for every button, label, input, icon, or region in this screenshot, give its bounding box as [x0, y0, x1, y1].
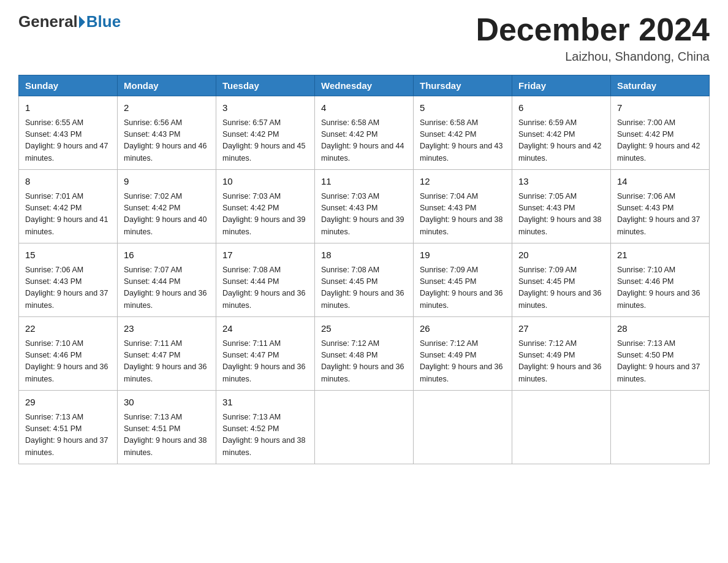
- day-info: Sunrise: 7:03 AMSunset: 4:43 PMDaylight:…: [321, 191, 407, 239]
- table-row: 10Sunrise: 7:03 AMSunset: 4:42 PMDayligh…: [216, 170, 315, 243]
- day-number: 11: [321, 175, 407, 189]
- title-block: December 2024 Laizhou, Shandong, China: [476, 12, 710, 64]
- day-info: Sunrise: 7:11 AMSunset: 4:47 PMDaylight:…: [222, 338, 308, 386]
- day-info: Sunrise: 7:07 AMSunset: 4:44 PMDaylight:…: [124, 264, 210, 312]
- day-info: Sunrise: 7:06 AMSunset: 4:43 PMDaylight:…: [617, 191, 703, 239]
- day-number: 1: [25, 101, 111, 115]
- day-info: Sunrise: 6:58 AMSunset: 4:42 PMDaylight:…: [420, 117, 506, 165]
- header-sunday: Sunday: [19, 75, 118, 96]
- table-row: 4Sunrise: 6:58 AMSunset: 4:42 PMDaylight…: [315, 96, 414, 170]
- day-number: 3: [222, 101, 308, 115]
- table-row: [414, 391, 512, 464]
- day-info: Sunrise: 7:08 AMSunset: 4:44 PMDaylight:…: [222, 264, 308, 312]
- table-row: 1Sunrise: 6:55 AMSunset: 4:43 PMDaylight…: [19, 96, 118, 170]
- day-number: 23: [124, 322, 210, 336]
- table-row: 22Sunrise: 7:10 AMSunset: 4:46 PMDayligh…: [19, 317, 118, 391]
- logo: General Blue: [18, 12, 121, 31]
- day-number: 31: [222, 396, 308, 410]
- header-thursday: Thursday: [414, 75, 512, 96]
- day-info: Sunrise: 7:01 AMSunset: 4:42 PMDaylight:…: [25, 191, 111, 239]
- table-row: 8Sunrise: 7:01 AMSunset: 4:42 PMDaylight…: [19, 170, 118, 243]
- table-row: 23Sunrise: 7:11 AMSunset: 4:47 PMDayligh…: [118, 317, 216, 391]
- table-row: 27Sunrise: 7:12 AMSunset: 4:49 PMDayligh…: [512, 317, 611, 391]
- calendar-table: Sunday Monday Tuesday Wednesday Thursday…: [18, 75, 710, 464]
- day-number: 25: [321, 322, 407, 336]
- table-row: 20Sunrise: 7:09 AMSunset: 4:45 PMDayligh…: [512, 243, 611, 317]
- day-number: 7: [617, 101, 703, 115]
- table-row: 31Sunrise: 7:13 AMSunset: 4:52 PMDayligh…: [216, 391, 315, 464]
- day-info: Sunrise: 7:13 AMSunset: 4:51 PMDaylight:…: [25, 412, 111, 459]
- header-saturday: Saturday: [611, 75, 710, 96]
- day-info: Sunrise: 7:10 AMSunset: 4:46 PMDaylight:…: [25, 338, 111, 386]
- day-number: 9: [124, 175, 210, 189]
- table-row: 14Sunrise: 7:06 AMSunset: 4:43 PMDayligh…: [611, 170, 710, 243]
- logo-general-text: General: [18, 12, 78, 31]
- header-friday: Friday: [512, 75, 611, 96]
- calendar-week-row: 22Sunrise: 7:10 AMSunset: 4:46 PMDayligh…: [19, 317, 710, 391]
- logo-arrow-icon: [79, 16, 85, 28]
- table-row: 25Sunrise: 7:12 AMSunset: 4:48 PMDayligh…: [315, 317, 414, 391]
- day-info: Sunrise: 6:59 AMSunset: 4:42 PMDaylight:…: [518, 117, 604, 165]
- header-monday: Monday: [118, 75, 216, 96]
- day-info: Sunrise: 6:57 AMSunset: 4:42 PMDaylight:…: [222, 117, 308, 165]
- table-row: 6Sunrise: 6:59 AMSunset: 4:42 PMDaylight…: [512, 96, 611, 170]
- table-row: 13Sunrise: 7:05 AMSunset: 4:43 PMDayligh…: [512, 170, 611, 243]
- logo-blue-text: Blue: [86, 12, 121, 31]
- month-title: December 2024: [476, 12, 710, 47]
- day-info: Sunrise: 6:56 AMSunset: 4:43 PMDaylight:…: [124, 117, 210, 165]
- calendar-week-row: 8Sunrise: 7:01 AMSunset: 4:42 PMDaylight…: [19, 170, 710, 243]
- day-number: 15: [25, 248, 111, 262]
- day-number: 18: [321, 248, 407, 262]
- day-number: 20: [518, 248, 604, 262]
- table-row: 15Sunrise: 7:06 AMSunset: 4:43 PMDayligh…: [19, 243, 118, 317]
- day-info: Sunrise: 7:13 AMSunset: 4:50 PMDaylight:…: [617, 338, 703, 386]
- day-info: Sunrise: 7:06 AMSunset: 4:43 PMDaylight:…: [25, 264, 111, 312]
- day-info: Sunrise: 7:12 AMSunset: 4:49 PMDaylight:…: [518, 338, 604, 386]
- weekday-header-row: Sunday Monday Tuesday Wednesday Thursday…: [19, 75, 710, 96]
- day-number: 17: [222, 248, 308, 262]
- day-number: 21: [617, 248, 703, 262]
- page-header: General Blue December 2024 Laizhou, Shan…: [18, 12, 710, 64]
- table-row: 26Sunrise: 7:12 AMSunset: 4:49 PMDayligh…: [414, 317, 512, 391]
- day-number: 26: [420, 322, 506, 336]
- day-number: 12: [420, 175, 506, 189]
- day-number: 6: [518, 101, 604, 115]
- day-number: 16: [124, 248, 210, 262]
- day-number: 24: [222, 322, 308, 336]
- day-info: Sunrise: 7:09 AMSunset: 4:45 PMDaylight:…: [420, 264, 506, 312]
- day-number: 8: [25, 175, 111, 189]
- day-number: 28: [617, 322, 703, 336]
- table-row: 21Sunrise: 7:10 AMSunset: 4:46 PMDayligh…: [611, 243, 710, 317]
- header-wednesday: Wednesday: [315, 75, 414, 96]
- table-row: 18Sunrise: 7:08 AMSunset: 4:45 PMDayligh…: [315, 243, 414, 317]
- day-info: Sunrise: 7:13 AMSunset: 4:52 PMDaylight:…: [222, 412, 308, 459]
- calendar-week-row: 15Sunrise: 7:06 AMSunset: 4:43 PMDayligh…: [19, 243, 710, 317]
- day-number: 29: [25, 396, 111, 410]
- table-row: 19Sunrise: 7:09 AMSunset: 4:45 PMDayligh…: [414, 243, 512, 317]
- table-row: [611, 391, 710, 464]
- calendar-week-row: 1Sunrise: 6:55 AMSunset: 4:43 PMDaylight…: [19, 96, 710, 170]
- table-row: 2Sunrise: 6:56 AMSunset: 4:43 PMDaylight…: [118, 96, 216, 170]
- location-label: Laizhou, Shandong, China: [476, 50, 710, 64]
- table-row: 11Sunrise: 7:03 AMSunset: 4:43 PMDayligh…: [315, 170, 414, 243]
- day-info: Sunrise: 7:08 AMSunset: 4:45 PMDaylight:…: [321, 264, 407, 312]
- table-row: 30Sunrise: 7:13 AMSunset: 4:51 PMDayligh…: [118, 391, 216, 464]
- table-row: 24Sunrise: 7:11 AMSunset: 4:47 PMDayligh…: [216, 317, 315, 391]
- day-number: 27: [518, 322, 604, 336]
- table-row: 3Sunrise: 6:57 AMSunset: 4:42 PMDaylight…: [216, 96, 315, 170]
- table-row: 12Sunrise: 7:04 AMSunset: 4:43 PMDayligh…: [414, 170, 512, 243]
- table-row: 29Sunrise: 7:13 AMSunset: 4:51 PMDayligh…: [19, 391, 118, 464]
- table-row: 16Sunrise: 7:07 AMSunset: 4:44 PMDayligh…: [118, 243, 216, 317]
- day-number: 13: [518, 175, 604, 189]
- day-info: Sunrise: 7:02 AMSunset: 4:42 PMDaylight:…: [124, 191, 210, 239]
- day-info: Sunrise: 7:03 AMSunset: 4:42 PMDaylight:…: [222, 191, 308, 239]
- table-row: 7Sunrise: 7:00 AMSunset: 4:42 PMDaylight…: [611, 96, 710, 170]
- table-row: 17Sunrise: 7:08 AMSunset: 4:44 PMDayligh…: [216, 243, 315, 317]
- day-number: 14: [617, 175, 703, 189]
- day-number: 30: [124, 396, 210, 410]
- day-info: Sunrise: 7:09 AMSunset: 4:45 PMDaylight:…: [518, 264, 604, 312]
- table-row: 28Sunrise: 7:13 AMSunset: 4:50 PMDayligh…: [611, 317, 710, 391]
- day-info: Sunrise: 7:00 AMSunset: 4:42 PMDaylight:…: [617, 117, 703, 165]
- day-info: Sunrise: 7:12 AMSunset: 4:49 PMDaylight:…: [420, 338, 506, 386]
- table-row: 9Sunrise: 7:02 AMSunset: 4:42 PMDaylight…: [118, 170, 216, 243]
